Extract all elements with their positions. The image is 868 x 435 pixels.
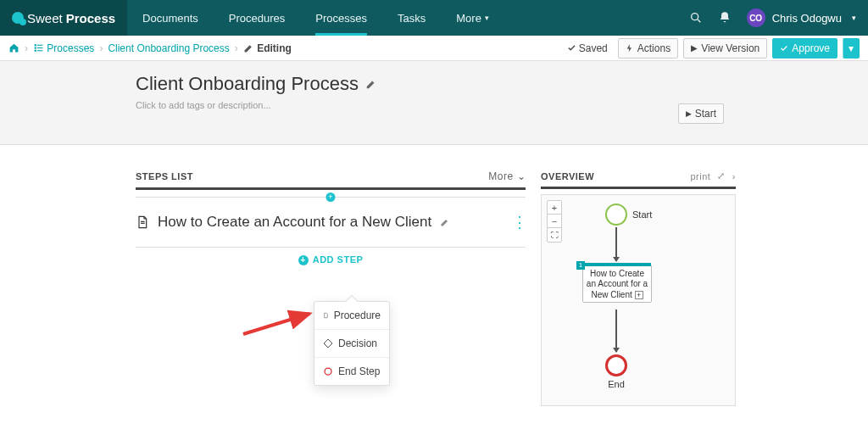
nav-processes[interactable]: Processes: [300, 0, 382, 36]
popover-end-step[interactable]: End Step: [314, 357, 389, 385]
start-button[interactable]: ▶Start: [678, 103, 724, 124]
overview-heading: OVERVIEW: [541, 171, 594, 181]
steps-heading-row: STEPS LIST More ⌄: [136, 170, 526, 190]
pencil-icon: [440, 217, 450, 227]
insert-step-top[interactable]: +: [326, 192, 336, 202]
popover-decision-label: Decision: [338, 337, 377, 349]
nav-more-label: More: [456, 12, 481, 25]
user-menu[interactable]: CO Chris Odogwu ▾: [747, 8, 856, 27]
nav-tasks[interactable]: Tasks: [382, 0, 441, 36]
actions-label: Actions: [637, 42, 670, 54]
nav-tasks-label: Tasks: [398, 12, 426, 25]
popover-decision[interactable]: Decision: [314, 329, 389, 357]
svg-rect-7: [37, 50, 43, 51]
approve-button[interactable]: Approve: [772, 38, 837, 59]
tags-description-hint[interactable]: Click to add tags or description...: [136, 100, 868, 110]
node-start-label: Start: [632, 209, 652, 220]
step-menu-icon[interactable]: ⋮: [512, 213, 526, 231]
edit-step-icon[interactable]: [440, 217, 450, 227]
play-icon: ▶: [686, 109, 692, 118]
pencil-icon: [243, 42, 254, 53]
zoom-fit[interactable]: ⛶: [548, 228, 561, 242]
node-end[interactable]: End: [605, 354, 627, 389]
logo-text-bold: Process: [66, 11, 115, 25]
check-icon: [780, 44, 788, 53]
svg-rect-6: [37, 47, 43, 48]
process-title: Client Onboarding Process: [136, 73, 868, 95]
view-version-button[interactable]: ▶View Version: [683, 38, 767, 59]
chevron-down-icon: ▾: [485, 14, 489, 22]
svg-point-10: [325, 368, 331, 375]
insert-rule-top: +: [136, 197, 526, 198]
expand-icon[interactable]: ⤢: [717, 170, 726, 181]
chevron-right-icon[interactable]: ›: [732, 171, 736, 181]
nav-procedures[interactable]: Procedures: [214, 0, 300, 36]
document-icon: [136, 215, 149, 230]
add-step-label: ADD STEP: [313, 254, 364, 265]
nav-more[interactable]: More▾: [441, 0, 504, 36]
start-circle-icon: [605, 204, 627, 226]
node-expand-icon[interactable]: +: [635, 291, 643, 299]
add-step-popover: Procedure Decision End Step: [314, 301, 390, 386]
node-end-label: End: [605, 379, 627, 389]
logo[interactable]: SweetProcess: [0, 0, 127, 36]
step-row-1[interactable]: How to Create an Account for a New Clien…: [136, 204, 526, 240]
svg-point-0: [691, 14, 698, 20]
step-title: How to Create an Account for a New Clien…: [158, 214, 431, 231]
caret-down-icon: ▾: [849, 42, 854, 54]
popover-procedure-label: Procedure: [334, 310, 381, 321]
nav-procedures-label: Procedures: [229, 12, 285, 25]
steps-more[interactable]: More ⌄: [488, 170, 526, 182]
logo-text-thin: Sweet: [27, 11, 63, 25]
check-icon: [567, 43, 576, 53]
home-icon[interactable]: [8, 42, 19, 53]
start-label: Start: [695, 108, 716, 120]
view-version-label: View Version: [701, 42, 760, 54]
node-badge: 1: [576, 261, 585, 270]
svg-rect-4: [35, 50, 36, 52]
svg-rect-3: [35, 47, 36, 48]
process-title-text: Client Onboarding Process: [136, 73, 359, 95]
avatar-initials: CO: [749, 14, 762, 23]
node-step-1[interactable]: 1 How to Create an Account for a New Cli…: [582, 265, 652, 303]
zoom-in[interactable]: +: [548, 201, 561, 215]
flow-arrow-icon: [615, 310, 617, 352]
breadcrumb-sep: ›: [99, 42, 103, 54]
steps-more-label: More: [488, 170, 513, 182]
breadcrumb-processes[interactable]: Processes: [47, 42, 94, 54]
popover-end-step-label: End Step: [338, 365, 380, 377]
saved-status: Saved: [567, 42, 608, 54]
process-header: Client Onboarding Process Click to add t…: [0, 61, 868, 145]
node-accent-bar: [583, 263, 651, 266]
breadcrumb-current[interactable]: Client Onboarding Process: [108, 42, 229, 54]
avatar: CO: [747, 8, 765, 27]
overview-heading-row: OVERVIEW print ⤢ ›: [541, 170, 736, 189]
insert-rule-mid: [136, 247, 526, 248]
search-icon[interactable]: [689, 11, 703, 25]
breadcrumb-mode: Editing: [257, 42, 292, 54]
nav-documents[interactable]: Documents: [127, 0, 214, 36]
logo-mark-icon: [12, 12, 24, 24]
document-icon: [323, 310, 329, 321]
add-step-button[interactable]: ADD STEP: [136, 254, 526, 265]
overview-canvas[interactable]: + − ⛶ Start 1 How to Create an Account f…: [541, 194, 736, 406]
saved-label: Saved: [579, 42, 608, 54]
chevron-down-icon: ⌄: [517, 170, 526, 182]
pencil-icon: [365, 78, 377, 90]
popover-procedure[interactable]: Procedure: [314, 302, 389, 329]
breadcrumb-sep: ›: [235, 42, 238, 54]
edit-title-icon[interactable]: [365, 78, 377, 90]
top-nav: SweetProcess Documents Procedures Proces…: [0, 0, 868, 36]
bell-icon[interactable]: [718, 11, 732, 25]
actions-button[interactable]: Actions: [618, 38, 678, 59]
chevron-down-icon: ▾: [852, 14, 856, 22]
print-link[interactable]: print: [690, 171, 710, 181]
play-icon: ▶: [691, 43, 698, 53]
node-start[interactable]: Start: [605, 204, 652, 226]
zoom-out[interactable]: −: [548, 215, 561, 228]
approve-dropdown[interactable]: ▾: [843, 38, 860, 59]
steps-heading: STEPS LIST: [136, 171, 193, 181]
nav-right: CO Chris Odogwu ▾: [689, 8, 868, 27]
action-bar: Saved Actions ▶View Version Approve ▾: [567, 38, 860, 59]
bolt-icon: [626, 44, 634, 53]
